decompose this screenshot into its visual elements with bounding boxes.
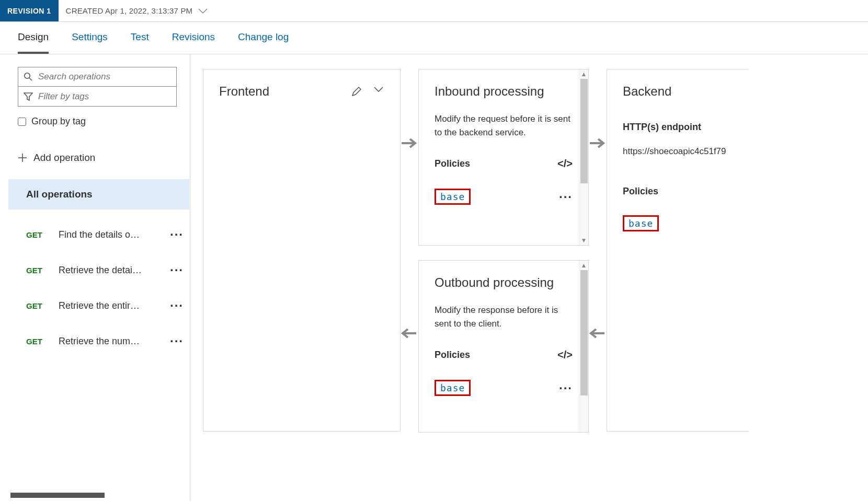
- outbound-policies-label: Policies: [435, 349, 470, 360]
- svg-point-0: [25, 73, 30, 78]
- operation-row[interactable]: GET Retrieve the detai… ···: [8, 252, 190, 288]
- code-icon[interactable]: </>: [557, 349, 573, 361]
- scroll-thumb[interactable]: [580, 79, 588, 183]
- arrow-right-icon: [401, 137, 417, 149]
- operation-name: Retrieve the num…: [59, 336, 159, 347]
- svg-marker-2: [24, 93, 32, 100]
- operation-name: Retrieve the detai…: [59, 265, 159, 276]
- chevron-down-icon[interactable]: [198, 8, 208, 14]
- sidebar-scrollbar-thumb[interactable]: [10, 493, 105, 498]
- search-icon: [24, 72, 33, 81]
- scroll-up-icon[interactable]: ▲: [581, 69, 587, 79]
- more-icon[interactable]: ···: [170, 298, 184, 313]
- all-operations-label: All operations: [26, 189, 93, 200]
- outbound-card: Outbound processing Modify the response …: [418, 260, 589, 433]
- method-badge: GET: [26, 301, 48, 310]
- scroll-up-icon[interactable]: ▲: [581, 261, 587, 270]
- filter-tags-box[interactable]: [18, 87, 177, 107]
- processing-column: Inbound processing Modify the request be…: [418, 69, 589, 496]
- backend-endpoint-label: HTTP(s) endpoint: [623, 122, 733, 133]
- inbound-scrollbar[interactable]: ▲ ▼: [579, 69, 588, 245]
- tab-test[interactable]: Test: [131, 31, 149, 54]
- tab-revisions[interactable]: Revisions: [172, 31, 215, 54]
- add-operation-button[interactable]: Add operation: [18, 152, 177, 164]
- group-by-tag-checkbox[interactable]: [18, 118, 26, 126]
- inbound-policies-label: Policies: [435, 158, 470, 169]
- operation-name: Find the details o…: [59, 229, 159, 240]
- add-operation-label: Add operation: [33, 152, 95, 164]
- outbound-scrollbar[interactable]: ▲: [579, 261, 588, 432]
- more-icon[interactable]: ···: [170, 263, 184, 277]
- arrow-right-icon: [589, 137, 606, 149]
- outbound-title: Outbound processing: [435, 275, 573, 290]
- code-icon[interactable]: </>: [557, 158, 573, 170]
- arrow-left-icon: [589, 327, 606, 340]
- method-badge: GET: [26, 266, 48, 275]
- backend-card: Backend HTTP(s) endpoint https://shoecoa…: [607, 69, 749, 432]
- revision-label: REVISION 1: [7, 7, 51, 15]
- backend-base-policy[interactable]: base: [623, 215, 659, 231]
- created-label: CREATED Apr 1, 2022, 3:13:37 PM: [66, 6, 193, 15]
- search-input[interactable]: [38, 72, 171, 82]
- more-icon[interactable]: ···: [559, 381, 573, 395]
- outbound-base-policy[interactable]: base: [435, 380, 471, 396]
- group-by-tag-label: Group by tag: [31, 116, 86, 127]
- operation-row[interactable]: GET Find the details o… ···: [8, 217, 190, 252]
- backend-endpoint-url: https://shoecoapic4c51f79: [623, 146, 733, 157]
- filter-icon: [24, 92, 33, 101]
- backend-policies-label: Policies: [623, 186, 733, 197]
- frontend-card: Frontend: [203, 69, 401, 432]
- revision-header: REVISION 1 CREATED Apr 1, 2022, 3:13:37 …: [0, 0, 868, 22]
- chevron-down-icon[interactable]: [373, 86, 384, 97]
- operation-name: Retrieve the entir…: [59, 300, 159, 311]
- design-surface: Frontend Inbound processing: [190, 54, 868, 501]
- inbound-base-policy[interactable]: base: [435, 189, 471, 205]
- tab-design[interactable]: Design: [18, 31, 49, 54]
- all-operations-item[interactable]: All operations: [8, 179, 189, 209]
- inbound-title: Inbound processing: [435, 84, 573, 99]
- operations-sidebar: Group by tag Add operation All operation…: [0, 54, 190, 501]
- tab-bar: Design Settings Test Revisions Change lo…: [0, 22, 868, 54]
- scroll-down-icon[interactable]: ▼: [581, 236, 587, 245]
- filter-input[interactable]: [38, 91, 171, 102]
- method-badge: GET: [26, 337, 48, 346]
- backend-title: Backend: [623, 84, 733, 99]
- outbound-desc: Modify the response before it is sent to…: [435, 304, 573, 330]
- operation-row[interactable]: GET Retrieve the num… ···: [8, 323, 190, 359]
- inbound-card: Inbound processing Modify the request be…: [418, 69, 589, 246]
- scroll-thumb[interactable]: [580, 270, 588, 395]
- workspace: Group by tag Add operation All operation…: [0, 54, 868, 501]
- edit-icon[interactable]: [351, 86, 362, 97]
- operation-row[interactable]: GET Retrieve the entir… ···: [8, 288, 190, 323]
- tab-settings[interactable]: Settings: [72, 31, 108, 54]
- frontend-title: Frontend: [219, 84, 269, 99]
- method-badge: GET: [26, 230, 48, 239]
- more-icon[interactable]: ···: [170, 334, 184, 348]
- search-operations-box[interactable]: [18, 67, 177, 87]
- plus-icon: [18, 153, 27, 162]
- group-by-tag[interactable]: Group by tag: [18, 116, 177, 127]
- svg-line-1: [29, 78, 32, 80]
- revision-badge[interactable]: REVISION 1: [0, 0, 59, 21]
- arrow-left-icon: [401, 327, 417, 340]
- more-icon[interactable]: ···: [559, 190, 573, 204]
- more-icon[interactable]: ···: [170, 227, 184, 242]
- inbound-desc: Modify the request before it is sent to …: [435, 112, 573, 139]
- tab-change-log[interactable]: Change log: [238, 31, 289, 54]
- operations-list: GET Find the details o… ··· GET Retrieve…: [0, 217, 190, 359]
